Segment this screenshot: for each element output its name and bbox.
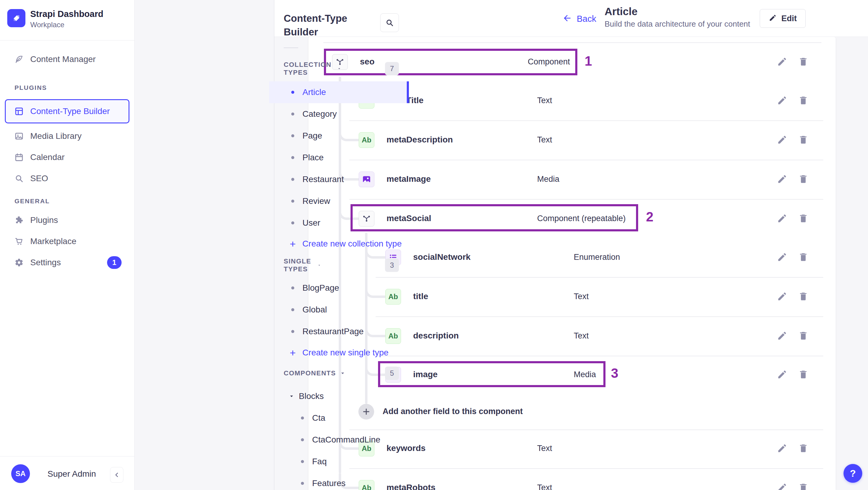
subnav-item-restaurantpage[interactable]: RestaurantPage xyxy=(269,320,409,342)
subnav-item-category[interactable]: Category xyxy=(269,103,409,125)
pencil-icon xyxy=(777,95,787,105)
sidebar-item-content-manager[interactable]: Content Manager xyxy=(0,49,134,70)
annotation-number-1: 1 xyxy=(585,54,592,69)
caret-down-icon xyxy=(317,262,321,268)
sidebar-item-settings[interactable]: Settings xyxy=(0,252,134,273)
sidebar-item-plugins[interactable]: Plugins xyxy=(0,210,134,231)
edit-field-button[interactable] xyxy=(777,57,787,67)
pencil-icon xyxy=(777,331,787,341)
help-button[interactable]: ? xyxy=(843,464,862,483)
subnav-item-place[interactable]: Place xyxy=(269,147,409,169)
delete-field-button[interactable] xyxy=(798,443,809,454)
delete-field-button[interactable] xyxy=(798,95,809,106)
workspace-label: Workplace xyxy=(30,21,64,29)
delete-field-button[interactable] xyxy=(798,57,809,67)
trash-icon xyxy=(798,483,808,490)
edit-field-button[interactable] xyxy=(777,134,787,146)
bullet-icon xyxy=(291,134,294,137)
edit-button[interactable]: Edit xyxy=(760,9,806,28)
delete-field-button[interactable] xyxy=(798,252,809,263)
delete-field-button[interactable] xyxy=(798,369,809,380)
subnav-item-label: Page xyxy=(303,131,322,141)
subnav-item-label: Blocks xyxy=(299,391,323,401)
sidebar-item-label: Content Manager xyxy=(30,55,96,64)
collapse-sidebar-button[interactable] xyxy=(110,467,123,483)
field-type: Text xyxy=(574,331,589,341)
pencil-icon xyxy=(777,134,787,145)
subnav-item-user[interactable]: User xyxy=(269,212,409,234)
back-link[interactable]: Back xyxy=(562,13,596,24)
edit-field-button[interactable] xyxy=(777,291,787,302)
create-new-single-type-link[interactable]: +Create new single type xyxy=(269,344,409,362)
subnav-divider xyxy=(284,48,298,48)
subnav-title: Content-Type Builder xyxy=(284,11,374,39)
subnav-item-global[interactable]: Global xyxy=(269,299,409,320)
subnav-item-cta[interactable]: Cta xyxy=(269,407,409,429)
subnav-item-blogpage[interactable]: BlogPage xyxy=(269,277,409,299)
annotation-number-2: 2 xyxy=(646,209,653,224)
group-header-collection-types[interactable]: COLLECTION TYPES xyxy=(284,63,341,75)
subnav-item-blocks[interactable]: Blocks xyxy=(269,385,409,407)
subnav-item-label: Place xyxy=(303,153,323,162)
edit-field-button[interactable] xyxy=(777,443,787,454)
subnav-item-label: Category xyxy=(303,109,337,119)
subnav-item-faq[interactable]: Faq xyxy=(269,451,409,472)
edit-field-button[interactable] xyxy=(777,331,787,341)
sidebar-item-calendar[interactable]: Calendar xyxy=(0,147,134,168)
field-type: Text xyxy=(537,96,552,105)
edit-field-button[interactable] xyxy=(777,174,787,185)
sidebar-item-marketplace[interactable]: Marketplace xyxy=(0,231,134,252)
pencil-icon xyxy=(777,483,787,490)
edit-field-button[interactable] xyxy=(777,369,787,380)
edit-field-button[interactable] xyxy=(777,213,787,224)
subnav-item-label: CtaCommandLine xyxy=(312,435,380,445)
edit-field-button[interactable] xyxy=(777,483,787,490)
subnav-item-review[interactable]: Review xyxy=(269,190,409,212)
caret-down-icon xyxy=(288,393,294,399)
edit-field-button[interactable] xyxy=(777,252,787,263)
content-type-builder-subnav: Content-Type Builder COLLECTION TYPES7Ar… xyxy=(134,0,274,490)
pencil-icon xyxy=(777,443,787,453)
search-icon xyxy=(385,19,394,27)
trash-icon xyxy=(798,291,808,302)
trash-icon xyxy=(798,252,808,262)
subnav-item-article[interactable]: Article xyxy=(269,81,409,103)
row-divider xyxy=(376,277,823,278)
search-button[interactable] xyxy=(380,13,399,32)
delete-field-button[interactable] xyxy=(798,483,809,490)
group-header-components[interactable]: COMPONENTS xyxy=(284,367,346,379)
pencil-icon xyxy=(777,57,787,67)
sidebar-item-media-library[interactable]: Media Library xyxy=(0,125,134,147)
delete-field-button[interactable] xyxy=(798,331,809,341)
pencil-icon xyxy=(777,213,787,223)
gear-icon xyxy=(14,258,24,267)
avatar[interactable]: SA xyxy=(11,464,30,483)
edit-field-button[interactable] xyxy=(777,95,787,106)
picture-icon xyxy=(14,131,24,141)
subnav-item-features[interactable]: Features xyxy=(269,472,409,490)
subnav-item-label: User xyxy=(303,218,320,228)
subnav-item-label: Article xyxy=(303,87,326,97)
feather-icon xyxy=(14,55,24,64)
sidebar-item-seo[interactable]: SEO xyxy=(0,168,134,189)
strapi-logo xyxy=(7,9,25,27)
delete-field-button[interactable] xyxy=(798,174,809,185)
edit-button-label: Edit xyxy=(781,14,797,23)
subnav-item-ctacommandline[interactable]: CtaCommandLine xyxy=(269,429,409,451)
delete-field-button[interactable] xyxy=(798,134,809,146)
trash-icon xyxy=(798,57,808,67)
subnav-item-restaurant[interactable]: Restaurant xyxy=(269,169,409,190)
bullet-icon xyxy=(301,438,304,441)
bullet-icon xyxy=(291,91,294,94)
group-header-single-types[interactable]: SINGLE TYPES xyxy=(284,259,321,271)
sidebar-item-content-type-builder[interactable]: Content-Type Builder xyxy=(0,101,134,122)
delete-field-button[interactable] xyxy=(798,291,809,302)
group-label: COLLECTION TYPES xyxy=(284,61,334,76)
bullet-icon xyxy=(301,482,304,485)
create-new-collection-type-link[interactable]: +Create new collection type xyxy=(269,235,409,253)
subnav-item-page[interactable]: Page xyxy=(269,125,409,147)
delete-field-button[interactable] xyxy=(798,213,809,224)
caret-down-icon xyxy=(337,66,341,72)
bullet-icon xyxy=(291,286,294,289)
trash-icon xyxy=(798,174,808,184)
